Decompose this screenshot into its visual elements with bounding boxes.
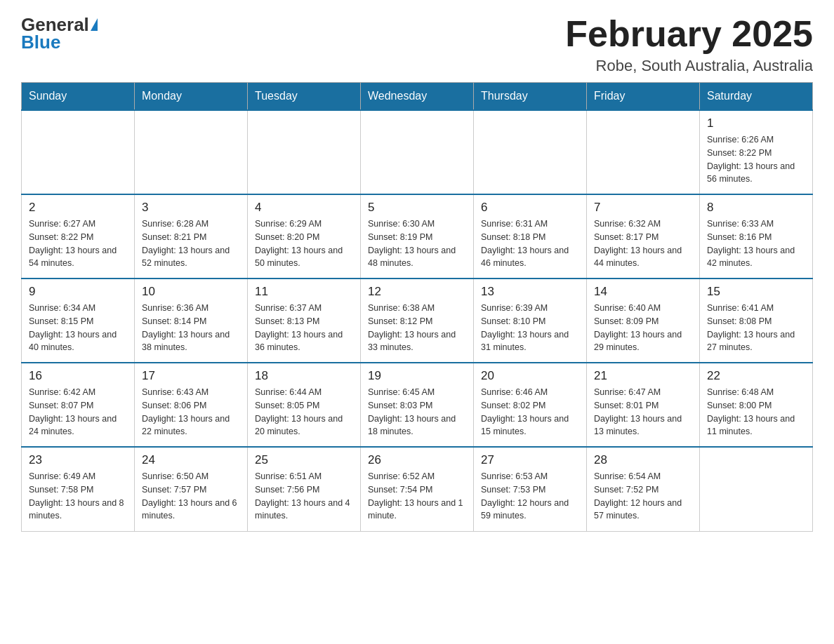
day-info: Sunrise: 6:47 AMSunset: 8:01 PMDaylight:… bbox=[594, 386, 692, 438]
header-sunday: Sunday bbox=[22, 83, 135, 111]
cell-week3-day2: 10Sunrise: 6:36 AMSunset: 8:14 PMDayligh… bbox=[135, 279, 248, 363]
day-info: Sunrise: 6:52 AMSunset: 7:54 PMDaylight:… bbox=[368, 470, 466, 523]
calendar-table: Sunday Monday Tuesday Wednesday Thursday… bbox=[21, 82, 813, 532]
cell-week5-day7 bbox=[700, 447, 813, 531]
cell-week5-day6: 28Sunrise: 6:54 AMSunset: 7:52 PMDayligh… bbox=[587, 447, 700, 531]
cell-week3-day7: 15Sunrise: 6:41 AMSunset: 8:08 PMDayligh… bbox=[700, 279, 813, 363]
cell-week5-day4: 26Sunrise: 6:52 AMSunset: 7:54 PMDayligh… bbox=[361, 447, 474, 531]
cell-week2-day7: 8Sunrise: 6:33 AMSunset: 8:16 PMDaylight… bbox=[700, 194, 813, 279]
cell-week2-day3: 4Sunrise: 6:29 AMSunset: 8:20 PMDaylight… bbox=[248, 194, 361, 279]
title-section: February 2025 Robe, South Australia, Aus… bbox=[565, 14, 813, 75]
day-number: 26 bbox=[368, 453, 466, 467]
day-number: 8 bbox=[707, 201, 805, 215]
day-info: Sunrise: 6:44 AMSunset: 8:05 PMDaylight:… bbox=[255, 386, 353, 438]
day-number: 5 bbox=[368, 201, 466, 215]
day-info: Sunrise: 6:28 AMSunset: 8:21 PMDaylight:… bbox=[142, 217, 240, 270]
week-row-3: 9Sunrise: 6:34 AMSunset: 8:15 PMDaylight… bbox=[22, 279, 813, 363]
day-info: Sunrise: 6:38 AMSunset: 8:12 PMDaylight:… bbox=[368, 302, 466, 354]
week-row-5: 23Sunrise: 6:49 AMSunset: 7:58 PMDayligh… bbox=[22, 447, 813, 531]
cell-week5-day3: 25Sunrise: 6:51 AMSunset: 7:56 PMDayligh… bbox=[248, 447, 361, 531]
day-number: 2 bbox=[29, 201, 127, 215]
cell-week2-day2: 3Sunrise: 6:28 AMSunset: 8:21 PMDaylight… bbox=[135, 194, 248, 279]
day-number: 22 bbox=[707, 369, 805, 383]
calendar-header-row: Sunday Monday Tuesday Wednesday Thursday… bbox=[22, 83, 813, 111]
day-info: Sunrise: 6:43 AMSunset: 8:06 PMDaylight:… bbox=[142, 386, 240, 438]
day-info: Sunrise: 6:45 AMSunset: 8:03 PMDaylight:… bbox=[368, 386, 466, 438]
day-number: 15 bbox=[707, 285, 805, 299]
cell-week1-day1 bbox=[22, 110, 135, 194]
day-number: 27 bbox=[481, 453, 579, 467]
day-info: Sunrise: 6:30 AMSunset: 8:19 PMDaylight:… bbox=[368, 217, 466, 270]
day-info: Sunrise: 6:29 AMSunset: 8:20 PMDaylight:… bbox=[255, 217, 353, 270]
cell-week4-day1: 16Sunrise: 6:42 AMSunset: 8:07 PMDayligh… bbox=[22, 363, 135, 447]
day-number: 19 bbox=[368, 369, 466, 383]
day-number: 25 bbox=[255, 453, 353, 467]
header-tuesday: Tuesday bbox=[248, 83, 361, 111]
week-row-4: 16Sunrise: 6:42 AMSunset: 8:07 PMDayligh… bbox=[22, 363, 813, 447]
location-subtitle: Robe, South Australia, Australia bbox=[565, 57, 813, 75]
cell-week2-day5: 6Sunrise: 6:31 AMSunset: 8:18 PMDaylight… bbox=[474, 194, 587, 279]
cell-week3-day5: 13Sunrise: 6:39 AMSunset: 8:10 PMDayligh… bbox=[474, 279, 587, 363]
day-info: Sunrise: 6:54 AMSunset: 7:52 PMDaylight:… bbox=[594, 470, 692, 523]
header-saturday: Saturday bbox=[700, 83, 813, 111]
day-info: Sunrise: 6:39 AMSunset: 8:10 PMDaylight:… bbox=[481, 302, 579, 354]
day-info: Sunrise: 6:31 AMSunset: 8:18 PMDaylight:… bbox=[481, 217, 579, 270]
day-number: 10 bbox=[142, 285, 240, 299]
day-number: 12 bbox=[368, 285, 466, 299]
cell-week5-day5: 27Sunrise: 6:53 AMSunset: 7:53 PMDayligh… bbox=[474, 447, 587, 531]
day-number: 6 bbox=[481, 201, 579, 215]
day-number: 3 bbox=[142, 201, 240, 215]
cell-week5-day1: 23Sunrise: 6:49 AMSunset: 7:58 PMDayligh… bbox=[22, 447, 135, 531]
day-number: 21 bbox=[594, 369, 692, 383]
logo-triangle-icon bbox=[91, 18, 98, 31]
day-number: 1 bbox=[707, 116, 805, 130]
cell-week3-day3: 11Sunrise: 6:37 AMSunset: 8:13 PMDayligh… bbox=[248, 279, 361, 363]
page-header: General Blue February 2025 Robe, South A… bbox=[21, 14, 813, 75]
logo-blue-text: Blue bbox=[21, 32, 60, 53]
day-info: Sunrise: 6:48 AMSunset: 8:00 PMDaylight:… bbox=[707, 386, 805, 438]
day-number: 13 bbox=[481, 285, 579, 299]
day-info: Sunrise: 6:49 AMSunset: 7:58 PMDaylight:… bbox=[29, 470, 127, 523]
cell-week4-day6: 21Sunrise: 6:47 AMSunset: 8:01 PMDayligh… bbox=[587, 363, 700, 447]
cell-week4-day7: 22Sunrise: 6:48 AMSunset: 8:00 PMDayligh… bbox=[700, 363, 813, 447]
day-info: Sunrise: 6:46 AMSunset: 8:02 PMDaylight:… bbox=[481, 386, 579, 438]
day-info: Sunrise: 6:53 AMSunset: 7:53 PMDaylight:… bbox=[481, 470, 579, 523]
day-info: Sunrise: 6:33 AMSunset: 8:16 PMDaylight:… bbox=[707, 217, 805, 270]
day-number: 16 bbox=[29, 369, 127, 383]
day-info: Sunrise: 6:36 AMSunset: 8:14 PMDaylight:… bbox=[142, 302, 240, 354]
cell-week1-day3 bbox=[248, 110, 361, 194]
header-monday: Monday bbox=[135, 83, 248, 111]
cell-week5-day2: 24Sunrise: 6:50 AMSunset: 7:57 PMDayligh… bbox=[135, 447, 248, 531]
day-info: Sunrise: 6:41 AMSunset: 8:08 PMDaylight:… bbox=[707, 302, 805, 354]
day-info: Sunrise: 6:42 AMSunset: 8:07 PMDaylight:… bbox=[29, 386, 127, 438]
cell-week4-day5: 20Sunrise: 6:46 AMSunset: 8:02 PMDayligh… bbox=[474, 363, 587, 447]
week-row-2: 2Sunrise: 6:27 AMSunset: 8:22 PMDaylight… bbox=[22, 194, 813, 279]
month-title: February 2025 bbox=[565, 14, 813, 54]
cell-week1-day6 bbox=[587, 110, 700, 194]
cell-week4-day3: 18Sunrise: 6:44 AMSunset: 8:05 PMDayligh… bbox=[248, 363, 361, 447]
day-number: 9 bbox=[29, 285, 127, 299]
header-friday: Friday bbox=[587, 83, 700, 111]
day-number: 24 bbox=[142, 453, 240, 467]
day-number: 11 bbox=[255, 285, 353, 299]
header-wednesday: Wednesday bbox=[361, 83, 474, 111]
header-thursday: Thursday bbox=[474, 83, 587, 111]
day-number: 4 bbox=[255, 201, 353, 215]
cell-week2-day1: 2Sunrise: 6:27 AMSunset: 8:22 PMDaylight… bbox=[22, 194, 135, 279]
cell-week3-day1: 9Sunrise: 6:34 AMSunset: 8:15 PMDaylight… bbox=[22, 279, 135, 363]
day-number: 20 bbox=[481, 369, 579, 383]
cell-week1-day4 bbox=[361, 110, 474, 194]
day-number: 14 bbox=[594, 285, 692, 299]
day-number: 28 bbox=[594, 453, 692, 467]
cell-week3-day6: 14Sunrise: 6:40 AMSunset: 8:09 PMDayligh… bbox=[587, 279, 700, 363]
cell-week2-day4: 5Sunrise: 6:30 AMSunset: 8:19 PMDaylight… bbox=[361, 194, 474, 279]
day-number: 18 bbox=[255, 369, 353, 383]
day-info: Sunrise: 6:26 AMSunset: 8:22 PMDaylight:… bbox=[707, 133, 805, 186]
week-row-1: 1Sunrise: 6:26 AMSunset: 8:22 PMDaylight… bbox=[22, 110, 813, 194]
day-info: Sunrise: 6:34 AMSunset: 8:15 PMDaylight:… bbox=[29, 302, 127, 354]
day-info: Sunrise: 6:51 AMSunset: 7:56 PMDaylight:… bbox=[255, 470, 353, 523]
cell-week4-day4: 19Sunrise: 6:45 AMSunset: 8:03 PMDayligh… bbox=[361, 363, 474, 447]
day-info: Sunrise: 6:37 AMSunset: 8:13 PMDaylight:… bbox=[255, 302, 353, 354]
cell-week2-day6: 7Sunrise: 6:32 AMSunset: 8:17 PMDaylight… bbox=[587, 194, 700, 279]
day-info: Sunrise: 6:32 AMSunset: 8:17 PMDaylight:… bbox=[594, 217, 692, 270]
